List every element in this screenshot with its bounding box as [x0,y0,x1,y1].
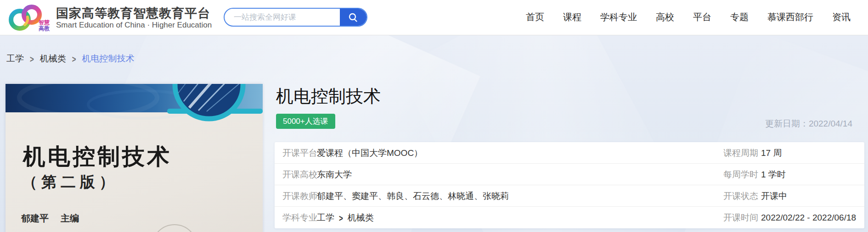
brand-subtitle: Smart Education of China · Higher Educat… [56,21,212,30]
nav-item-home[interactable]: 首页 [526,11,544,23]
breadcrumb-item-current[interactable]: 机电控制技术 [82,53,135,65]
search-input[interactable] [225,9,340,26]
page: 智慧 高教 国家高等教育智慧教育平台 Smart Education of Ch… [0,0,868,232]
update-date-value: 2022/04/14 [809,119,852,128]
logo-badge-line1: 智慧 [38,19,50,26]
info-row-university-hours: 开课高校 东南大学 每周学时 1 学时 [275,164,864,185]
cover-book-title: 机电控制技术 [23,142,172,172]
info-label-subject: 学科专业 [282,207,317,228]
platform-logo[interactable]: 智慧 高教 [7,4,51,32]
breadcrumb-item-machinery[interactable]: 机械类 [40,53,66,65]
info-value-weekly-hours: 1 学时 [761,164,786,185]
info-label-university: 开课高校 [282,164,317,185]
chevron-right-icon: > [339,204,343,232]
nav-item-courses[interactable]: 课程 [563,11,581,23]
info-label-course-period: 课程周期 [723,142,758,164]
info-label-course-dates: 开课时间 [723,207,758,228]
info-row-subject-dates: 学科专业 工学>机械类 开课时间 2022/02/22 - 2022/06/18 [275,207,864,228]
info-value-subject: 工学>机械类 [317,207,374,229]
cover-edition: （第二版） [22,172,118,193]
breadcrumb-item-engineering[interactable]: 工学 [6,53,24,65]
info-label-course-status: 开课状态 [723,185,758,207]
subject-subcategory: 机械类 [348,213,374,222]
nav-item-universities[interactable]: 高校 [656,11,674,23]
nav-item-topics[interactable]: 专题 [730,11,749,23]
info-row-teachers-status: 开课教师 郁建平、窦建平、韩良、石云德、林晓通、张晓莉 开课状态 开课中 [275,185,864,207]
info-value-university: 东南大学 [317,164,352,185]
nav-item-platforms[interactable]: 平台 [693,11,711,23]
site-header: 智慧 高教 国家高等教育智慧教育平台 Smart Education of Ch… [0,0,868,35]
search-icon [348,12,359,23]
info-value-teachers: 郁建平、窦建平、韩良、石云德、林晓通、张晓莉 [317,185,509,207]
breadcrumb: 工学 > 机械类 > 机电控制技术 [6,53,135,65]
logo-badge-line2: 高教 [39,25,50,32]
info-value-course-status: 开课中 [761,185,787,207]
info-label-weekly-hours: 每周学时 [723,164,758,185]
course-info-card: 开课平台 爱课程（中国大学MOOC） 课程周期 17 周 开课高校 东南大学 每… [275,142,864,228]
update-date: 更新日期：2022/04/14 [765,118,852,130]
info-value-platform: 爱课程（中国大学MOOC） [317,142,423,164]
chevron-right-icon: > [72,54,76,64]
subject-category: 工学 [317,213,334,222]
smart-education-logo-icon: 智慧 高教 [7,4,51,32]
cover-art-band [6,84,263,146]
info-value-course-period: 17 周 [761,142,782,164]
main-nav: 首页 课程 学科专业 高校 平台 专题 慕课西部行 资讯 [526,11,851,23]
update-date-label: 更新日期： [765,119,809,128]
nav-item-news[interactable]: 资讯 [832,11,851,23]
cover-decorative-circle [152,224,197,232]
cover-author-role: 主编 [61,213,79,223]
chevron-right-icon: > [30,54,34,64]
enrollment-badge: 5000+人选课 [276,114,335,129]
course-cover-image: 机电控制技术 （第二版） 郁建平主编 [6,84,263,232]
info-label-platform: 开课平台 [282,142,317,164]
cover-author-line: 郁建平主编 [21,212,79,225]
brand-title: 国家高等教育智慧教育平台 [56,5,210,22]
nav-item-mooc-west[interactable]: 慕课西部行 [767,11,813,23]
info-row-platform-period: 开课平台 爱课程（中国大学MOOC） 课程周期 17 周 [275,142,864,164]
search-button[interactable] [340,9,366,26]
course-title: 机电控制技术 [276,85,381,108]
content-area: 工学 > 机械类 > 机电控制技术 [0,35,868,232]
info-label-teachers: 开课教师 [282,185,317,207]
nav-item-subjects[interactable]: 学科专业 [600,11,637,23]
search-bar [224,8,367,27]
info-value-course-dates: 2022/02/22 - 2022/06/18 [761,207,856,228]
cover-author-name: 郁建平 [21,213,49,223]
